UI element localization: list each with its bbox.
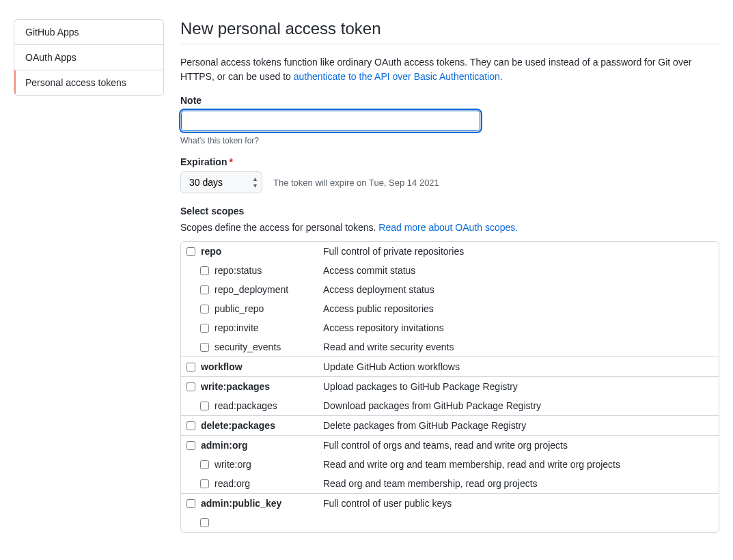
scope-checkbox-security-events[interactable] xyxy=(200,343,209,352)
sidebar-item-github-apps[interactable]: GitHub Apps xyxy=(14,20,163,45)
scope-name: repo_deployment xyxy=(215,284,288,295)
sidebar: GitHub Apps OAuth Apps Personal access t… xyxy=(14,0,164,533)
scope-desc: Read and write security events xyxy=(323,341,713,352)
sidebar-item-oauth-apps[interactable]: OAuth Apps xyxy=(14,45,163,70)
scope-checkbox-public-repo[interactable] xyxy=(200,305,209,313)
scope-name: write:org xyxy=(215,459,251,470)
scope-desc: Full control of user public keys xyxy=(323,498,713,509)
scopes-intro-link[interactable]: Read more about OAuth scopes. xyxy=(378,222,518,233)
expiration-hint: The token will expire on Tue, Sep 14 202… xyxy=(273,178,439,188)
scope-group-repo: repo Full control of private repositorie… xyxy=(181,242,719,357)
expiration-label: Expiration* xyxy=(180,156,719,167)
scope-checkbox-workflow[interactable] xyxy=(186,363,195,372)
intro-link[interactable]: authenticate to the API over Basic Authe… xyxy=(294,71,500,82)
scope-name: read:org xyxy=(215,478,250,489)
scope-checkbox-write-packages[interactable] xyxy=(186,382,195,391)
scope-checkbox-admin-org[interactable] xyxy=(186,441,195,450)
expiration-label-text: Expiration xyxy=(180,156,227,167)
scope-checkbox-write-org[interactable] xyxy=(200,460,209,469)
scope-name: admin:org xyxy=(201,440,247,451)
scope-desc: Upload packages to GitHub Package Regist… xyxy=(323,381,713,392)
scope-name: read:packages xyxy=(215,400,277,411)
scope-desc: Update GitHub Action workflows xyxy=(323,361,713,372)
scope-checkbox-repo[interactable] xyxy=(186,247,195,256)
note-label: Note xyxy=(180,95,719,106)
scope-group-workflow: workflow Update GitHub Action workflows xyxy=(181,357,719,377)
scope-checkbox-repo-status[interactable] xyxy=(200,266,209,275)
scope-name: public_repo xyxy=(215,303,264,314)
intro-post: . xyxy=(500,71,503,82)
scope-name: delete:packages xyxy=(201,420,275,431)
note-help: What's this token for? xyxy=(180,136,719,145)
scope-desc: Read and write org and team membership, … xyxy=(323,459,713,470)
sidebar-nav: GitHub Apps OAuth Apps Personal access t… xyxy=(14,19,164,96)
scope-name: repo:invite xyxy=(215,322,259,333)
scopes-intro: Scopes define the access for personal to… xyxy=(180,222,719,233)
scope-checkbox-read-packages[interactable] xyxy=(200,402,209,410)
scope-checkbox-child-placeholder[interactable] xyxy=(200,518,209,527)
scope-desc: Read org and team membership, read org p… xyxy=(323,478,713,489)
scope-name: write:packages xyxy=(201,381,270,392)
scope-table: repo Full control of private repositorie… xyxy=(180,241,719,533)
note-input[interactable] xyxy=(180,110,481,132)
scope-name: workflow xyxy=(201,361,243,372)
expiration-select[interactable]: 30 days xyxy=(180,171,262,193)
scope-group-admin-org: admin:org Full control of orgs and teams… xyxy=(181,436,719,494)
scope-name: repo:status xyxy=(215,265,262,276)
scope-checkbox-read-org[interactable] xyxy=(200,479,209,488)
scope-group-delete-packages: delete:packages Delete packages from Git… xyxy=(181,416,719,436)
scope-desc: Download packages from GitHub Package Re… xyxy=(323,400,713,411)
scope-checkbox-repo-deployment[interactable] xyxy=(200,285,209,294)
scope-checkbox-delete-packages[interactable] xyxy=(186,421,195,430)
scope-group-admin-public-key: admin:public_key Full control of user pu… xyxy=(181,494,719,532)
page-title: New personal access token xyxy=(180,19,719,44)
scope-name: repo xyxy=(201,246,221,257)
scope-name: security_events xyxy=(215,341,281,352)
scope-desc: Full control of private repositories xyxy=(323,246,713,257)
scope-desc: Access public repositories xyxy=(323,303,713,314)
main-content: New personal access token Personal acces… xyxy=(180,0,719,533)
scope-group-write-packages: write:packages Upload packages to GitHub… xyxy=(181,377,719,416)
scope-name: admin:public_key xyxy=(201,498,281,509)
scopes-heading: Select scopes xyxy=(180,206,719,216)
intro-text: Personal access tokens function like ord… xyxy=(180,55,719,84)
required-indicator: * xyxy=(229,156,232,167)
scope-desc: Access commit status xyxy=(323,265,713,276)
scope-checkbox-admin-public-key[interactable] xyxy=(186,499,195,508)
scope-desc: Access repository invitations xyxy=(323,322,713,333)
scope-desc: Delete packages from GitHub Package Regi… xyxy=(323,420,713,431)
scope-checkbox-repo-invite[interactable] xyxy=(200,324,209,333)
scope-desc: Access deployment status xyxy=(323,284,713,295)
scopes-intro-pre: Scopes define the access for personal to… xyxy=(180,222,378,233)
sidebar-item-personal-tokens[interactable]: Personal access tokens xyxy=(14,70,163,95)
scope-desc: Full control of orgs and teams, read and… xyxy=(323,440,713,451)
